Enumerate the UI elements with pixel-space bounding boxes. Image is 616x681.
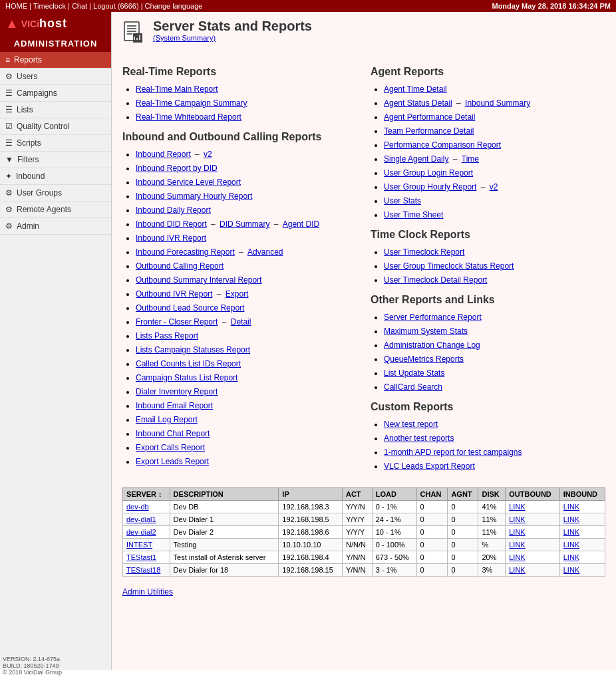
inbound-ivr-link[interactable]: Inbound IVR Report [136,233,206,243]
agent-performance-detail-link[interactable]: Agent Performance Detail [384,112,475,122]
nav-logout[interactable]: Logout (6666) [93,2,139,10]
sidebar-item-users[interactable]: ⚙ Users [0,68,111,85]
inbound-summary-link[interactable]: Inbound Summary [465,98,530,108]
nav-home[interactable]: HOME [5,2,27,10]
page-subtitle[interactable]: (System Summary) [153,34,312,42]
maximum-system-stats-link[interactable]: Maximum System Stats [384,327,468,336]
inbound-service-level-link[interactable]: Inbound Service Level Report [136,178,241,187]
sidebar-item-quality-control[interactable]: ☑ Quality Control [0,118,111,135]
fronter-closer-link[interactable]: Fronter - Closer Report [136,317,218,327]
cell-server[interactable]: INTEST [123,539,170,551]
callcard-search-link[interactable]: CallCard Search [384,382,442,392]
cell-outbound[interactable]: LINK [506,539,560,551]
cell-inbound[interactable]: LINK [559,501,605,513]
sidebar-item-inbound[interactable]: ✦ Inbound [0,168,111,185]
sidebar-label-quality-control: Quality Control [17,122,69,131]
export-calls-link[interactable]: Export Calls Report [136,443,205,452]
realtime-whiteboard-link[interactable]: Real-Time Whiteboard Report [136,112,241,122]
inbound-summary-hourly-link[interactable]: Inbound Summary Hourly Report [136,192,252,201]
sidebar-item-reports[interactable]: ≡ Reports [0,52,111,68]
cell-outbound[interactable]: LINK [506,564,560,577]
cell-server[interactable]: dev-dial1 [123,513,170,526]
outbound-ivr-link[interactable]: Outbound IVR Report [136,289,212,299]
cell-outbound[interactable]: LINK [506,551,560,564]
campaign-status-list-link[interactable]: Campaign Status List Report [136,373,237,382]
sidebar-item-user-groups[interactable]: ⚙ User Groups [0,185,111,202]
lists-campaign-statuses-link[interactable]: Lists Campaign Statuses Report [136,345,250,354]
did-summary-link[interactable]: DID Summary [220,219,269,229]
new-test-report-link[interactable]: New test report [384,420,438,429]
sidebar-item-scripts[interactable]: ☰ Scripts [0,135,111,152]
inbound-email-link[interactable]: Inbound Email Report [136,401,213,410]
sidebar-item-remote-agents[interactable]: ⚙ Remote Agents [0,202,111,218]
inbound-forecasting-link[interactable]: Inbound Forecasting Report [136,247,235,257]
team-performance-detail-link[interactable]: Team Performance Detail [384,126,474,136]
list-item: Inbound Forecasting Report – Advanced [136,246,357,258]
nav-change-language[interactable]: Change language [145,2,203,10]
called-counts-list-ids-link[interactable]: Called Counts List IDs Report [136,359,241,368]
realtime-main-report-link[interactable]: Real-Time Main Report [136,84,218,94]
user-group-hourly-v2-link[interactable]: v2 [490,182,498,192]
cell-inbound[interactable]: LINK [559,539,605,551]
sidebar-item-admin[interactable]: ⚙ Admin [0,218,111,235]
user-group-timeclock-status-link[interactable]: User Group Timeclock Status Report [384,261,514,271]
agent-status-detail-link[interactable]: Agent Status Detail [384,98,452,108]
sidebar-item-lists[interactable]: ☰ Lists [0,102,111,118]
single-agent-daily-link[interactable]: Single Agent Daily [384,154,448,164]
inbound-report-v2-link[interactable]: v2 [204,150,212,159]
top-nav[interactable]: HOME | Timeclock | Chat | Logout (6666) … [5,2,202,10]
datetime-display: Monday May 28, 2018 16:34:24 PM [492,2,611,10]
realtime-campaign-summary-link[interactable]: Real-Time Campaign Summary [136,98,247,108]
cell-server[interactable]: dev-dial2 [123,526,170,539]
cell-server[interactable]: dev-db [123,501,170,513]
outbound-lead-source-link[interactable]: Outbound Lead Source Report [136,303,244,313]
sidebar-item-filters[interactable]: ▼ Filters [0,152,111,168]
email-log-link[interactable]: Email Log Report [136,415,198,424]
cell-inbound[interactable]: LINK [559,564,605,577]
user-timeclock-link[interactable]: User Timeclock Report [384,247,464,257]
cell-outbound[interactable]: LINK [506,526,560,539]
cell-outbound[interactable]: LINK [506,501,560,513]
dialer-inventory-link[interactable]: Dialer Inventory Report [136,387,218,396]
outbound-summary-interval-link[interactable]: Outbound Summary Interval Report [136,275,261,285]
lists-pass-link[interactable]: Lists Pass Report [136,331,198,340]
agent-time-detail-link[interactable]: Agent Time Detail [384,84,447,94]
col-server[interactable]: SERVER ↕ [123,488,170,501]
user-stats-link[interactable]: User Stats [384,196,421,205]
user-group-login-link[interactable]: User Group Login Report [384,168,473,178]
server-performance-link[interactable]: Server Performance Report [384,313,482,322]
inbound-did-report-link[interactable]: Inbound DID Report [136,219,207,229]
inbound-chat-link[interactable]: Inbound Chat Report [136,429,210,438]
nav-chat[interactable]: Chat [72,2,87,10]
1month-apd-link[interactable]: 1-month APD report for test campaigns [384,448,522,457]
sidebar-item-campaigns[interactable]: ☰ Campaigns [0,85,111,102]
export-link[interactable]: Export [226,289,249,299]
admin-utilities-link[interactable]: Admin Utilities [122,587,173,597]
cell-server[interactable]: TEStast18 [123,564,170,577]
fronter-detail-link[interactable]: Detail [231,317,251,327]
cell-inbound[interactable]: LINK [559,526,605,539]
user-time-sheet-link[interactable]: User Time Sheet [384,210,443,219]
admin-change-log-link[interactable]: Administration Change Log [384,340,480,350]
agent-did-link[interactable]: Agent DID [283,219,319,229]
user-timeclock-detail-link[interactable]: User Timeclock Detail Report [384,275,487,285]
cell-server[interactable]: TEStast1 [123,551,170,564]
user-group-hourly-link[interactable]: User Group Hourly Report [384,182,476,192]
cell-inbound[interactable]: LINK [559,513,605,526]
inbound-report-link[interactable]: Inbound Report [136,150,191,159]
cell-chan: 0 [416,513,448,526]
cell-outbound[interactable]: LINK [506,513,560,526]
queuemetrics-link[interactable]: QueueMetrics Reports [384,354,464,364]
advanced-link[interactable]: Advanced [247,247,283,257]
list-update-stats-link[interactable]: List Update Stats [384,368,444,378]
inbound-daily-link[interactable]: Inbound Daily Report [136,205,211,215]
cell-inbound[interactable]: LINK [559,551,605,564]
export-leads-link[interactable]: Export Leads Report [136,457,209,466]
another-test-reports-link[interactable]: Another test reports [384,434,454,443]
outbound-calling-link[interactable]: Outbound Calling Report [136,261,224,271]
performance-comparison-link[interactable]: Performance Comparison Report [384,140,501,150]
nav-timeclock[interactable]: Timeclock [33,2,66,10]
inbound-report-by-did-link[interactable]: Inbound Report by DID [136,164,218,173]
time-link[interactable]: Time [462,154,479,164]
vlc-leads-export-link[interactable]: VLC Leads Export Report [384,462,475,471]
